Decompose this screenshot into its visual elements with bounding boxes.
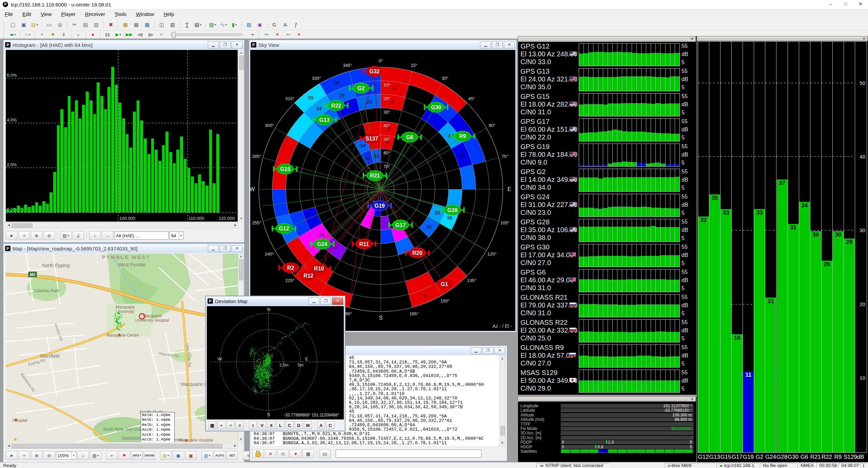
slider-knob[interactable] — [172, 32, 176, 38]
pointer-icon[interactable]: ➤ — [6, 231, 17, 240]
epoch-forward-icon[interactable]: ↦ — [261, 31, 272, 38]
debug-icon[interactable]: ✹ — [48, 31, 58, 38]
app-close-button[interactable]: ✕ — [853, 0, 868, 9]
chart-view-icon[interactable]: ∿▾ — [218, 21, 229, 29]
close-pane-icon[interactable]: ✕ — [690, 397, 694, 401]
mode-button-a[interactable]: A — [317, 421, 325, 429]
auto-icon[interactable]: AUTO — [214, 451, 225, 460]
menu-view[interactable]: View — [36, 11, 56, 17]
close-button[interactable]: ✕ — [504, 41, 515, 49]
autobaud-icon[interactable]: ✶ — [37, 31, 47, 38]
split-view-icon[interactable]: ▥ — [167, 21, 178, 29]
pane-grip[interactable]: ✕ — [697, 36, 868, 41]
properties-icon[interactable]: ▤▾ — [90, 451, 101, 460]
inject-icon[interactable]: ⇓ — [59, 31, 69, 38]
angle-icon[interactable]: < — [226, 421, 235, 429]
table-icon[interactable]: ▦ — [208, 421, 216, 429]
print-icon[interactable]: ▭ — [44, 21, 54, 29]
close-pane-icon[interactable]: ✕ — [862, 37, 866, 41]
restore-button[interactable]: ❐ — [492, 41, 503, 49]
mode-button-v[interactable]: V — [258, 421, 266, 429]
zoom-in-icon[interactable]: ⊕ — [31, 451, 42, 460]
minimize-button[interactable]: ▁ — [208, 41, 219, 49]
restore-button[interactable]: ❐ — [320, 298, 331, 305]
minimize-button[interactable]: ▁ — [480, 41, 491, 49]
clear-icon[interactable]: ✖ — [106, 21, 116, 29]
pointer-icon[interactable]: ➤ — [6, 451, 17, 460]
step-back-icon[interactable]: ◀▮ — [135, 31, 145, 38]
close-pane-icon[interactable]: ✕ — [690, 37, 694, 41]
text-console-icon[interactable]: ▦ — [142, 21, 152, 29]
position-flag-icon[interactable]: ⚑ — [119, 451, 130, 460]
fit-icon[interactable]: ⇔ — [77, 451, 89, 460]
mode-button-c[interactable]: C — [326, 421, 334, 429]
jump-start-icon[interactable]: ⇤ — [157, 31, 167, 38]
close-button[interactable]: ✕ — [494, 347, 505, 354]
zoom-out-icon[interactable]: ⊖ — [43, 231, 55, 240]
histogram-toolbar[interactable]: ➤+⊕⊖▤▾∠↕↔Alt (HAE) ...64▾ — [4, 229, 244, 242]
pc-time-icon[interactable]: ◴ — [277, 449, 289, 458]
map-titlebar[interactable]: P Map - [MapView_roadmap_-0.5895703_2.63… — [4, 244, 244, 253]
histogram-field[interactable]: Alt (HAE) ... — [114, 231, 169, 240]
firmware-icon[interactable]: ƒ — [291, 21, 301, 29]
paste-icon[interactable]: ▥ — [91, 21, 101, 29]
satellite-marker-R2[interactable]: R2 — [279, 263, 302, 273]
satellite-marker-R11[interactable]: R11 — [353, 239, 376, 249]
deviation-toolbar[interactable]: ▦+<#IVXLCDMAC — [206, 420, 344, 430]
restore-button[interactable]: ❐ — [220, 41, 231, 49]
jump-end-icon[interactable]: ⇥ — [247, 31, 257, 38]
mode-button-d[interactable]: D — [295, 421, 303, 429]
close-button[interactable]: ✕ — [232, 41, 242, 49]
histogram-bins-combo[interactable]: 64▾ — [170, 231, 183, 240]
close-button[interactable]: ✕ — [332, 298, 343, 305]
minimize-button[interactable]: ▁ — [208, 245, 219, 252]
deviation-titlebar[interactable]: P Deviation Map ▁ ❐ ✕ — [206, 297, 344, 305]
map-view-icon[interactable]: ▨ — [244, 21, 254, 29]
docking-view-icon[interactable]: ◫ — [157, 21, 167, 29]
menu-window[interactable]: Window — [131, 11, 159, 17]
camera-view-icon[interactable]: ▧▾ — [208, 21, 218, 29]
mode-button-x[interactable]: X — [267, 421, 275, 429]
center-position-icon[interactable]: + — [106, 451, 118, 460]
message-view-icon[interactable]: ▦ — [120, 21, 131, 29]
app-minimize-button[interactable]: – — [823, 0, 838, 9]
menu-player[interactable]: Player — [56, 11, 80, 17]
mode-button-l[interactable]: L — [276, 421, 284, 429]
menu-file[interactable]: File — [0, 11, 18, 17]
map-toolbar[interactable]: ➤+⊕⊖100%▾⇔▤▾+⚑SPD▾SHOW▤▾▣▣▨▾AUTOSET≡ — [4, 449, 244, 462]
grid-icon[interactable]: # — [236, 421, 244, 429]
console-filter-input[interactable] — [336, 450, 481, 458]
pause-console-icon[interactable]: ▮▮ — [319, 449, 331, 458]
play-icon[interactable]: ▶▾ — [113, 31, 123, 38]
pane-grip[interactable]: ✕ — [518, 36, 696, 42]
connect-icon[interactable]: ▰▾ — [8, 31, 18, 38]
cut-icon[interactable]: ✂ — [70, 21, 80, 29]
packet-console-icon[interactable]: ▦ — [131, 21, 141, 29]
table-view-icon[interactable]: ▤▾ — [193, 21, 203, 29]
app-maximize-button[interactable]: □ — [838, 0, 853, 9]
epoch-back-icon[interactable]: ↤ — [283, 31, 293, 38]
restore-button[interactable]: ❐ — [482, 347, 493, 354]
sky-view-icon[interactable]: ◉ — [255, 21, 265, 29]
map-canvas[interactable]: M2 PYMBLE WESTWest PymbleNorth EppingWat… — [6, 254, 238, 442]
set-icon[interactable]: SET — [226, 451, 238, 460]
open-map-icon[interactable]: ▤▾ — [160, 451, 172, 460]
histogram-titlebar[interactable]: P Histogram - [Alt (HAE) with 64 bins] ▁… — [4, 40, 244, 49]
gnss-config-icon[interactable]: G — [269, 21, 279, 29]
menu-edit[interactable]: Edit — [18, 11, 36, 17]
copy-icon[interactable]: ▤ — [80, 21, 91, 29]
menu-bar[interactable]: FileEditViewPlayerReceiverToolsWindowHel… — [0, 9, 868, 19]
epoch-clear-icon[interactable]: ✕ — [272, 31, 282, 38]
main-toolbar[interactable]: ▢▣▤▾▭◎✂▤▥✖▦▦▦◫▥∑▤▾▧▾∿▾▮▾▨◉GAƒ — [0, 19, 868, 31]
fit-vertical-icon[interactable]: ↕ — [89, 231, 101, 240]
minimize-button[interactable]: ▁ — [471, 347, 481, 354]
map-hscrollbar[interactable]: ◀▶ — [6, 443, 238, 449]
record-icon[interactable]: ● — [88, 31, 98, 38]
mode-button-m[interactable]: M — [304, 421, 312, 429]
map-zoom-combo[interactable]: 100%▾ — [56, 451, 76, 460]
menu-receiver[interactable]: Receiver — [80, 11, 110, 17]
fast-forward-icon[interactable]: ▶▶ — [124, 31, 134, 38]
pane-grip[interactable]: ✕ — [518, 397, 696, 401]
histogram-hscrollbar[interactable]: ◀▶ — [6, 222, 238, 228]
save-m-icon[interactable]: ▣ — [185, 451, 197, 460]
